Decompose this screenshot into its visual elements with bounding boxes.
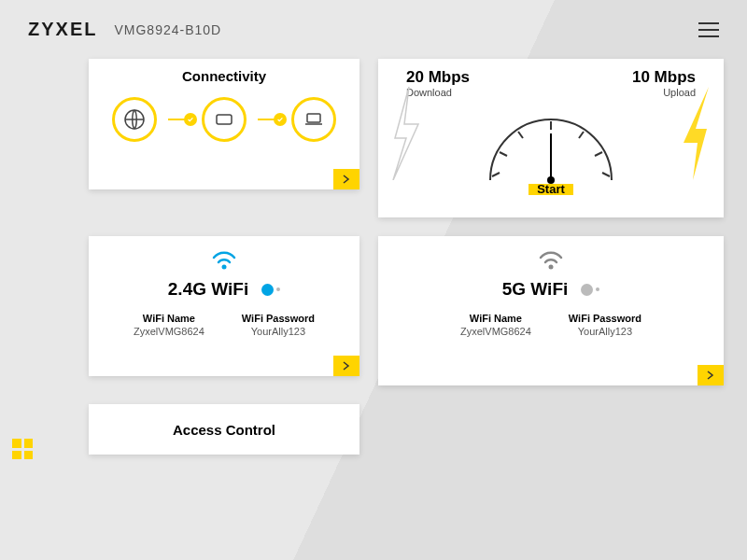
model-name: VMG8924-B10D bbox=[114, 22, 221, 37]
svg-line-5 bbox=[518, 132, 523, 138]
laptop-icon bbox=[291, 97, 336, 142]
wifi-5-title: 5G WiFi bbox=[502, 279, 569, 300]
wifi-24-card: 2.4G WiFi WiFi Name ZyxelVMG8624 WiFi Pa… bbox=[89, 236, 359, 376]
speed-start-button[interactable]: Start bbox=[537, 182, 565, 196]
globe-icon bbox=[112, 97, 157, 142]
wifi-24-name-value: ZyxelVMG8624 bbox=[134, 326, 204, 337]
svg-point-12 bbox=[222, 265, 227, 270]
wifi-icon bbox=[378, 249, 724, 273]
wifi-name-label: WiFi Name bbox=[460, 313, 531, 324]
router-icon bbox=[202, 97, 247, 142]
access-control-title: Access Control bbox=[173, 422, 275, 438]
wifi-password-label: WiFi Password bbox=[242, 313, 315, 324]
status-ok-icon bbox=[184, 113, 197, 126]
svg-rect-1 bbox=[217, 115, 232, 124]
wifi-24-title: 2.4G WiFi bbox=[168, 279, 248, 300]
svg-line-7 bbox=[579, 132, 584, 138]
speed-gauge bbox=[378, 98, 724, 184]
brand-logo: ZYXEL bbox=[28, 19, 97, 40]
wifi-24-name-block: WiFi Name ZyxelVMG8624 bbox=[134, 313, 204, 337]
wifi-5-toggle[interactable] bbox=[581, 284, 599, 296]
wifi-5-expand-button[interactable] bbox=[698, 365, 724, 385]
wifi-5-password-value: YourAlly123 bbox=[569, 326, 641, 337]
svg-line-8 bbox=[595, 152, 602, 156]
speed-card: 20 Mbps Download 10 Mbps Upload bbox=[378, 59, 724, 217]
wifi-24-expand-button[interactable] bbox=[333, 356, 359, 376]
connectivity-expand-button[interactable] bbox=[333, 169, 359, 189]
wifi-5-pwd-block: WiFi Password YourAlly123 bbox=[569, 313, 641, 337]
wifi-24-toggle[interactable] bbox=[261, 284, 280, 296]
wifi-password-label: WiFi Password bbox=[569, 313, 641, 324]
svg-line-3 bbox=[492, 173, 500, 176]
svg-line-4 bbox=[500, 152, 507, 156]
status-ok-icon bbox=[274, 113, 287, 126]
wifi-icon bbox=[89, 249, 359, 273]
wifi-name-label: WiFi Name bbox=[134, 313, 204, 324]
upload-value: 10 Mbps bbox=[632, 68, 696, 87]
hamburger-menu-icon[interactable] bbox=[698, 22, 719, 37]
wifi-24-password-value: YourAlly123 bbox=[242, 326, 315, 337]
connectivity-diagram bbox=[89, 97, 359, 142]
connectivity-title: Connectivity bbox=[89, 59, 359, 91]
dashboard-tiles-icon[interactable] bbox=[12, 439, 33, 459]
svg-line-9 bbox=[602, 173, 610, 176]
header: ZYXEL VMG8924-B10D bbox=[0, 0, 747, 49]
download-value: 20 Mbps bbox=[406, 68, 470, 87]
connection-line bbox=[258, 119, 280, 120]
wifi-5-name-block: WiFi Name ZyxelVMG8624 bbox=[460, 313, 531, 337]
wifi-5-card: 5G WiFi WiFi Name ZyxelVMG8624 WiFi Pass… bbox=[378, 236, 724, 385]
wifi-24-pwd-block: WiFi Password YourAlly123 bbox=[242, 313, 315, 337]
svg-rect-2 bbox=[307, 114, 320, 122]
connectivity-card: Connectivity bbox=[89, 59, 359, 189]
connection-line bbox=[168, 119, 190, 120]
wifi-5-name-value: ZyxelVMG8624 bbox=[460, 326, 531, 337]
access-control-card[interactable]: Access Control bbox=[89, 404, 359, 455]
svg-point-13 bbox=[549, 265, 554, 270]
